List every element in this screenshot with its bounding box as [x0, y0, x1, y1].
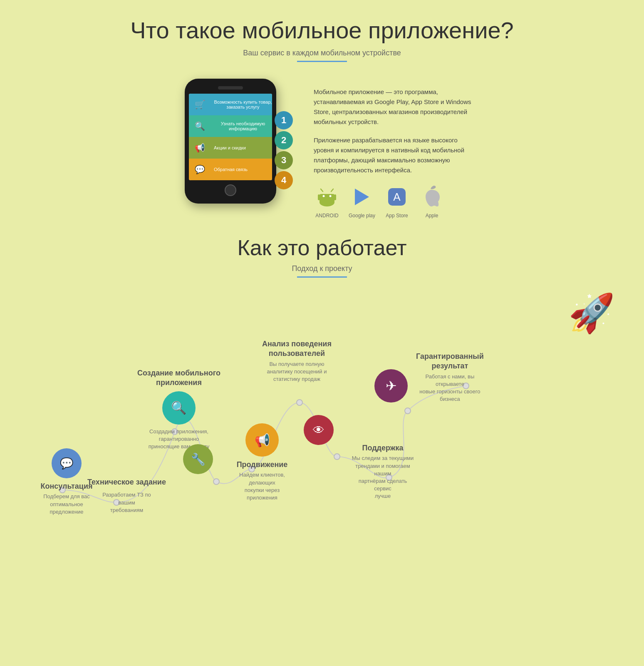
phone-speaker	[218, 86, 243, 89]
node-tz: Техническое задание Разработаем ТЗ по ва…	[87, 477, 166, 517]
svg-text:A: A	[393, 191, 401, 203]
desc-text-1: Мобильное приложение — это программа, ус…	[314, 87, 472, 127]
apple-label: Apple	[426, 213, 438, 219]
garantia-desc: Работая с нами, вы открываетеновые гориз…	[416, 373, 483, 403]
subtitle-divider	[297, 61, 347, 62]
node-wrench: 🔧	[183, 444, 213, 474]
appstore-label: App Store	[386, 213, 408, 219]
phone-numbers: 1 2 3 4	[275, 111, 293, 189]
svg-point-18	[297, 400, 302, 405]
svg-point-21	[405, 408, 411, 414]
phone-label-3: Акции и скидки	[211, 137, 272, 159]
store-apple: Apple	[419, 184, 445, 219]
phone-row-1: 🛒 Возможность купить товар, заказать усл…	[189, 94, 272, 115]
svg-rect-7	[334, 194, 336, 200]
node-plane: ✈	[374, 369, 408, 403]
phone-label-2: Узнать необходимую информацию	[211, 115, 272, 137]
store-gplay: Google play	[349, 184, 375, 219]
phone-row-4: 💬 Обратная связь	[189, 159, 272, 180]
svg-rect-6	[318, 194, 320, 200]
rocket-icon: 🚀	[568, 294, 615, 332]
garantia-title: Гарантированныйрезультат	[416, 352, 484, 371]
sozdanie-icon: 🔍	[162, 391, 196, 425]
phone-icon-1: 🛒	[189, 94, 211, 115]
node-prodvizhenie: 📢 Продвижение Найдем клиентов, делающихп…	[229, 423, 295, 502]
konsultacia-icon: 💬	[52, 448, 82, 478]
sozdanie-title: Создание мобильногоприложения	[137, 368, 220, 388]
node-podderzhka: Поддержка Мы следим за текущимитрендами …	[349, 440, 416, 500]
phone-label-1: Возможность купить товар, заказать услуг…	[211, 94, 272, 115]
eye-icon: 👁	[304, 415, 334, 445]
content-row: 🛒 Возможность купить товар, заказать усл…	[25, 79, 619, 219]
tz-title: Техническое задание	[87, 477, 166, 487]
svg-rect-1	[320, 194, 334, 203]
desc-text-2: Приложение разрабатывается на языке высо…	[314, 135, 472, 175]
node-garantia: Гарантированныйрезультат Работая с нами,…	[416, 348, 484, 403]
num-3: 3	[275, 151, 293, 169]
plane-icon: ✈	[374, 369, 408, 403]
num-4: 4	[275, 171, 293, 189]
section2-subtitle: Подход к проекту	[25, 264, 619, 273]
svg-marker-10	[355, 189, 369, 205]
appstore-icon: A	[384, 184, 410, 210]
description-column: Мобильное приложение — это программа, ус…	[314, 79, 472, 219]
svg-rect-9	[328, 202, 330, 206]
phone-row-2: 🔍 Узнать необходимую информацию	[189, 115, 272, 137]
node-sozdanie: Создание мобильногоприложения 🔍 Создадим…	[137, 365, 220, 450]
wrench-icon: 🔧	[183, 444, 213, 474]
section1: Что такое мобильное приложение? Ваш серв…	[0, 0, 644, 227]
phone-mockup: 🛒 Возможность купить товар, заказать усл…	[172, 79, 289, 204]
analiz-title: Анализ поведенияпользователей	[262, 339, 332, 359]
podderzhka-title: Поддержка	[362, 443, 403, 453]
svg-line-5	[331, 189, 333, 191]
svg-point-19	[334, 454, 340, 460]
svg-line-4	[321, 189, 323, 191]
svg-point-16	[213, 479, 219, 485]
android-label: ANDROID	[315, 213, 338, 219]
phone-icon-4: 💬	[189, 159, 211, 180]
phone-icon-2: 🔍	[189, 115, 211, 137]
phone-icon-3: 📢	[189, 137, 211, 159]
node-analiz: Анализ поведенияпользователей Вы получае…	[262, 336, 332, 383]
konsultacia-title: Консультация	[40, 482, 92, 491]
section2-divider	[297, 276, 347, 278]
gplay-label: Google play	[349, 213, 375, 219]
store-android: ANDROID	[314, 184, 340, 219]
section2-title: Как это работает	[25, 235, 619, 260]
phone-label-4: Обратная связь	[211, 159, 272, 180]
prodvizhenie-desc: Найдем клиентов, делающихпокупки через п…	[229, 471, 295, 502]
gplay-icon	[349, 184, 375, 210]
tz-desc: Разработаем ТЗ по вашимтребованиям	[93, 491, 160, 514]
store-icons: ANDROID Google play	[314, 184, 472, 219]
phone-row-3: 📢 Акции и скидки	[189, 137, 272, 159]
prodvizhenie-title: Продвижение	[237, 460, 288, 470]
node-eye: 👁	[304, 415, 334, 445]
svg-point-2	[323, 195, 325, 197]
svg-point-3	[329, 195, 332, 197]
num-2: 2	[275, 131, 293, 149]
phone: 🛒 Возможность купить товар, заказать усл…	[185, 79, 276, 204]
podderzhka-desc: Мы следим за текущимитрендами и помогаем…	[349, 455, 416, 500]
phone-screen: 🛒 Возможность купить товар, заказать усл…	[189, 94, 272, 180]
android-icon	[314, 184, 340, 210]
flow-diagram: 🚀 💬 Консультация Подберем для васоптимал…	[25, 294, 619, 544]
num-1: 1	[275, 111, 293, 129]
main-title: Что такое мобильное приложение?	[25, 17, 619, 44]
phone-home-button	[225, 184, 236, 196]
prodvizhenie-icon: 📢	[245, 423, 279, 457]
svg-rect-8	[324, 202, 326, 206]
apple-icon	[419, 184, 445, 210]
section2: Как это работает Подход к проекту 🚀 💬 Ко…	[0, 227, 644, 561]
subtitle: Ваш сервис в каждом мобильном устройстве	[25, 49, 619, 57]
analiz-desc: Вы получаете полнуюаналитику посещений и…	[267, 360, 327, 383]
store-appstore: A App Store	[384, 184, 410, 219]
